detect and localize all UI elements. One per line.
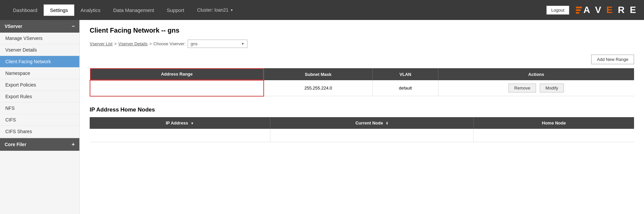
cell-vlan: default [373,80,438,96]
cluster-selector[interactable]: Cluster: loan21 ▼ [197,7,233,13]
col-header-address-range: Address Range [90,68,264,80]
table-header-row: Address Range Subnet Mask VLAN Actions [90,68,634,80]
ip-address-table: IP Address ▼ Current Node ⇕ Home Node [90,117,634,142]
col-header-actions: Actions [438,68,634,80]
sidebar: VServer − Manage VServers Vserver Detail… [0,20,80,214]
top-bar: Dashboard Settings Analytics Data Manage… [0,0,644,20]
cluster-dropdown-arrow: ▼ [230,8,233,12]
nav-left: Dashboard Settings Analytics Data Manage… [7,4,233,16]
col-header-vlan: VLAN [373,68,438,80]
breadcrumb: Vserver List > Vserver Details > Choose … [90,40,634,48]
cell-address-range [90,80,264,96]
logout-button[interactable]: Logout [546,6,570,15]
choose-vserver-container: Choose Vserver: gns ▼ [153,40,247,48]
add-new-range-button[interactable]: Add New Range [591,55,634,64]
cell-actions: Remove Modify [438,80,634,96]
sidebar-item-export-rules[interactable]: Export Rules [0,91,79,103]
col-header-subnet-mask: Subnet Mask [264,68,372,80]
sidebar-item-client-facing-network[interactable]: Client Facing Network [0,56,79,68]
page-title: Client Facing Network -- gns [90,27,634,34]
tab-dashboard[interactable]: Dashboard [7,4,44,16]
core-filer-section-header[interactable]: Core Filer + [0,138,79,151]
ip-section-title: IP Address Home Nodes [90,107,634,113]
sidebar-item-export-policies[interactable]: Export Policies [0,79,79,91]
logo-e-letter: E [606,5,614,15]
ip-address-cell [90,129,270,142]
sidebar-item-cifs[interactable]: CIFS [0,114,79,126]
breadcrumb-vserver-list[interactable]: Vserver List [90,41,113,46]
current-node-cell [270,129,474,142]
avere-logo: A V E R E [576,5,637,15]
vserver-dropdown-arrow: ▼ [241,42,244,46]
sidebar-item-manage-vservers[interactable]: Manage VServers [0,33,79,44]
breadcrumb-vserver-details[interactable]: Vserver Details [118,41,147,46]
vserver-selected-value: gns [191,41,198,46]
tab-data-management[interactable]: Data Management [107,4,160,16]
core-filer-expand-icon: + [72,141,75,147]
modify-button[interactable]: Modify [540,84,564,93]
add-range-container: Add New Range [90,55,634,64]
sidebar-item-nfs[interactable]: NFS [0,103,79,114]
sidebar-item-cifs-shares[interactable]: CIFS Shares [0,126,79,137]
breadcrumb-sep2: > [149,41,152,46]
nav-right: Logout A V E R E [546,5,637,15]
ip-sort-icon[interactable]: ▼ [191,121,194,125]
sidebar-item-vserver-details[interactable]: Vserver Details [0,44,79,56]
cell-subnet-mask: 255.255.224.0 [264,80,372,96]
ip-table-row-empty [90,129,634,142]
remove-button[interactable]: Remove [508,84,536,93]
breadcrumb-sep1: > [114,41,117,46]
vserver-collapse-icon: − [72,23,75,29]
choose-vserver-label: Choose Vserver: [153,41,186,46]
vserver-section-header[interactable]: VServer − [0,20,79,33]
logo-bars [576,7,582,14]
col-header-ip-address: IP Address ▼ [90,117,270,129]
ip-table-header-row: IP Address ▼ Current Node ⇕ Home Node [90,117,634,129]
table-row: 255.255.224.0 default Remove Modify [90,80,634,96]
home-node-cell [474,129,634,142]
vserver-dropdown[interactable]: gns ▼ [188,40,247,48]
content-area: Client Facing Network -- gns Vserver Lis… [80,20,644,214]
sidebar-item-namespace[interactable]: Namespace [0,68,79,79]
address-range-table: Address Range Subnet Mask VLAN Actions 2… [90,68,634,97]
main-layout: VServer − Manage VServers Vserver Detail… [0,20,644,214]
tab-support[interactable]: Support [160,4,191,16]
col-header-current-node: Current Node ⇕ [270,117,474,129]
current-node-sort-icon[interactable]: ⇕ [386,121,388,125]
tab-analytics[interactable]: Analytics [74,4,107,16]
col-header-home-node: Home Node [474,117,634,129]
tab-settings[interactable]: Settings [44,4,74,16]
